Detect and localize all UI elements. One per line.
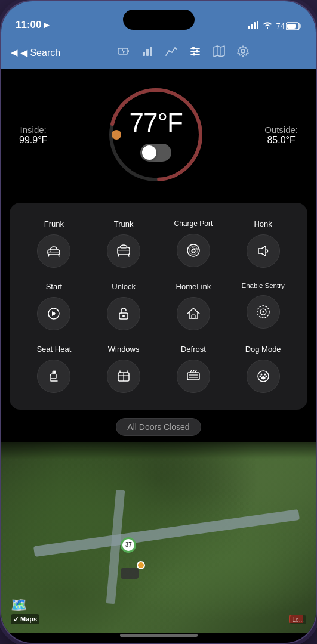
sentry-icon bbox=[255, 304, 272, 320]
trunk-label: Trunk bbox=[114, 219, 134, 228]
charge-port-label: Charge Port bbox=[174, 219, 213, 228]
svg-rect-0 bbox=[248, 26, 250, 29]
control-sentry: Enable Sentry bbox=[228, 275, 298, 338]
nav-battery-icon[interactable] bbox=[117, 45, 130, 61]
svg-point-27 bbox=[50, 251, 51, 252]
svg-point-49 bbox=[259, 376, 261, 377]
home-indicator[interactable] bbox=[120, 634, 198, 637]
control-honk: Honk bbox=[228, 212, 298, 275]
control-start: Start bbox=[19, 275, 89, 338]
phone-shell: 11:00 ▶ bbox=[0, 0, 317, 644]
dog-mode-button[interactable] bbox=[247, 360, 280, 393]
climate-toggle[interactable] bbox=[140, 144, 171, 162]
svg-rect-6 bbox=[287, 24, 296, 29]
unlock-button[interactable] bbox=[107, 297, 140, 330]
honk-button[interactable] bbox=[247, 234, 280, 268]
temp-inner: 77°F bbox=[130, 108, 183, 162]
unlock-label: Unlock bbox=[112, 282, 136, 291]
start-icon bbox=[45, 305, 62, 322]
seat-heat-label: Seat Heat bbox=[36, 345, 71, 354]
svg-rect-11 bbox=[150, 47, 152, 56]
windows-button[interactable] bbox=[107, 360, 140, 393]
nav-graph-icon[interactable] bbox=[165, 45, 178, 61]
temperature-section: Inside: 99.9°F 77°F bbox=[1, 69, 316, 203]
back-label[interactable]: ◀ Search bbox=[20, 47, 60, 58]
svg-marker-18 bbox=[214, 46, 224, 57]
svg-point-15 bbox=[196, 49, 199, 52]
battery-status-icon: 74 bbox=[276, 21, 301, 30]
map-road-1 bbox=[33, 509, 300, 557]
controls-grid: Frunk Trunk bbox=[19, 212, 298, 400]
dynamic-island bbox=[123, 10, 195, 30]
control-dog-mode: Dog Mode bbox=[228, 338, 298, 400]
svg-rect-9 bbox=[143, 52, 145, 56]
start-label: Start bbox=[46, 282, 62, 291]
svg-text:Port: Port bbox=[192, 250, 196, 253]
nav-sliders-icon[interactable] bbox=[189, 45, 202, 61]
svg-rect-1 bbox=[251, 24, 253, 29]
location-pin bbox=[137, 561, 145, 569]
signal-bars-icon bbox=[248, 21, 258, 31]
frunk-button[interactable] bbox=[37, 234, 70, 268]
svg-point-50 bbox=[265, 376, 267, 377]
back-chevron-icon: ◀ bbox=[11, 47, 18, 58]
seat-heat-icon bbox=[45, 368, 62, 385]
time-display: 11:00 bbox=[16, 19, 41, 31]
svg-rect-10 bbox=[146, 49, 149, 56]
dog-icon bbox=[255, 368, 272, 385]
svg-rect-2 bbox=[254, 22, 256, 29]
sentry-button[interactable] bbox=[247, 295, 280, 329]
charge-port-button[interactable]: Open Port bbox=[177, 234, 210, 267]
outside-label: Outside: bbox=[264, 125, 298, 135]
charge-port-icon: Open Port bbox=[185, 242, 202, 259]
seat-heat-button[interactable] bbox=[37, 360, 70, 393]
nav-gear-icon[interactable] bbox=[236, 45, 250, 61]
location-icon: ▶ bbox=[44, 21, 49, 29]
homelink-button[interactable] bbox=[177, 297, 210, 330]
inside-temp: Inside: 99.9°F bbox=[19, 125, 47, 145]
windows-label: Windows bbox=[108, 345, 140, 354]
trunk-button[interactable] bbox=[107, 234, 140, 268]
map-section[interactable]: 37 🗺️ ↙ Maps Lo... bbox=[1, 442, 316, 633]
svg-point-13 bbox=[192, 47, 195, 49]
outside-temp: Outside: 85.0°F bbox=[264, 125, 298, 145]
nav-map-icon[interactable] bbox=[213, 45, 226, 61]
svg-rect-38 bbox=[192, 315, 195, 318]
battery-percent: 74 bbox=[276, 21, 285, 30]
inside-label: Inside: bbox=[19, 125, 47, 135]
defrost-button[interactable] bbox=[177, 360, 210, 393]
road-sign: 37 bbox=[121, 537, 136, 553]
doors-status: All Doors Closed bbox=[10, 418, 307, 436]
svg-rect-25 bbox=[48, 250, 60, 255]
control-defrost: Defrost bbox=[159, 338, 229, 400]
map-logo[interactable]: 🗺️ ↙ Maps bbox=[11, 597, 39, 624]
toggle-knob bbox=[142, 145, 156, 160]
status-icons: 74 bbox=[248, 21, 301, 31]
frunk-icon bbox=[45, 243, 62, 259]
svg-point-17 bbox=[193, 52, 196, 55]
control-charge-port: Charge Port Open Port bbox=[159, 212, 229, 275]
maps-expand-label[interactable]: ↙ Maps bbox=[11, 614, 39, 624]
temperature-circle[interactable]: 77°F bbox=[102, 81, 210, 188]
nav-chart-icon[interactable] bbox=[141, 45, 154, 61]
main-temp: 77°F bbox=[130, 108, 183, 138]
start-button[interactable] bbox=[37, 297, 70, 330]
svg-rect-8 bbox=[128, 50, 129, 52]
back-button[interactable]: ◀ ◀ Search bbox=[11, 47, 60, 58]
svg-point-21 bbox=[241, 49, 245, 53]
main-content: Inside: 99.9°F 77°F bbox=[1, 69, 316, 643]
controls-panel: Frunk Trunk bbox=[10, 203, 307, 410]
doors-badge[interactable]: All Doors Closed bbox=[116, 418, 201, 436]
control-frunk: Frunk bbox=[19, 212, 89, 275]
inside-value: 99.9°F bbox=[19, 135, 47, 145]
svg-point-37 bbox=[122, 315, 125, 317]
frunk-label: Frunk bbox=[44, 219, 64, 228]
map-attribution: Lo... bbox=[290, 615, 306, 624]
dog-mode-label: Dog Mode bbox=[245, 345, 281, 354]
outside-value: 85.0°F bbox=[264, 135, 298, 145]
nav-bar: ◀ ◀ Search bbox=[1, 36, 316, 69]
defrost-label: Defrost bbox=[181, 345, 206, 354]
svg-rect-3 bbox=[257, 21, 258, 29]
control-homelink: HomeLink bbox=[159, 275, 229, 338]
trunk-icon bbox=[115, 243, 132, 259]
